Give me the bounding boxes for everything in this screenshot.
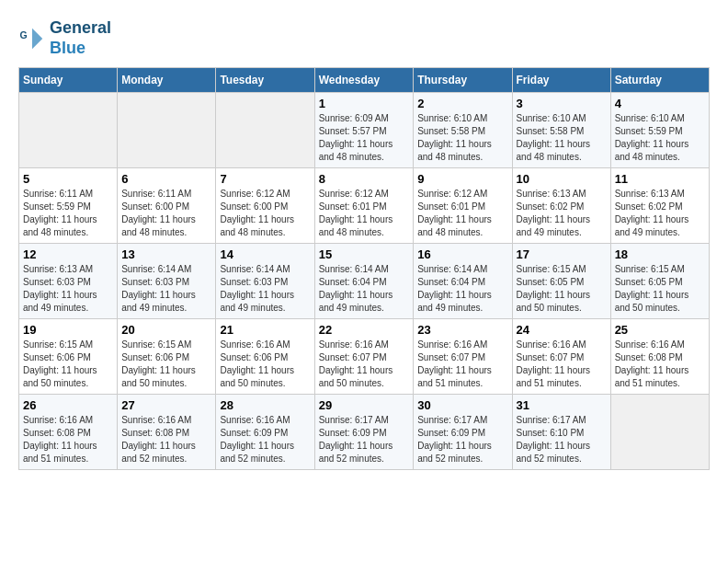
- header-sunday: Sunday: [19, 68, 118, 93]
- calendar-table: SundayMondayTuesdayWednesdayThursdayFrid…: [18, 67, 710, 470]
- day-number: 19: [23, 323, 113, 337]
- day-number: 21: [220, 323, 310, 337]
- day-number: 3: [517, 97, 607, 110]
- logo-icon: G: [18, 25, 46, 52]
- day-number: 12: [23, 247, 113, 261]
- day-number: 7: [220, 172, 310, 186]
- logo-text: General Blue: [50, 18, 111, 58]
- calendar-cell: 16Sunrise: 6:14 AM Sunset: 6:04 PM Dayli…: [414, 244, 512, 319]
- calendar-cell: 26Sunrise: 6:16 AM Sunset: 6:08 PM Dayli…: [19, 395, 118, 470]
- calendar-cell: 24Sunrise: 6:16 AM Sunset: 6:07 PM Dayli…: [512, 319, 610, 395]
- calendar-cell: 3Sunrise: 6:10 AM Sunset: 5:58 PM Daylig…: [512, 93, 610, 168]
- day-number: 27: [121, 398, 211, 412]
- page-header: G General Blue: [18, 18, 710, 58]
- day-info: Sunrise: 6:13 AM Sunset: 6:02 PM Dayligh…: [615, 188, 705, 239]
- day-info: Sunrise: 6:16 AM Sunset: 6:09 PM Dayligh…: [220, 414, 310, 465]
- day-info: Sunrise: 6:16 AM Sunset: 6:06 PM Dayligh…: [220, 339, 310, 390]
- header-saturday: Saturday: [610, 68, 709, 93]
- calendar-cell: 17Sunrise: 6:15 AM Sunset: 6:05 PM Dayli…: [512, 244, 610, 319]
- day-info: Sunrise: 6:17 AM Sunset: 6:10 PM Dayligh…: [517, 414, 607, 465]
- calendar-cell: 10Sunrise: 6:13 AM Sunset: 6:02 PM Dayli…: [512, 168, 610, 244]
- day-info: Sunrise: 6:11 AM Sunset: 5:59 PM Dayligh…: [23, 188, 113, 239]
- day-info: Sunrise: 6:15 AM Sunset: 6:05 PM Dayligh…: [615, 263, 705, 315]
- calendar-body: 1Sunrise: 6:09 AM Sunset: 5:57 PM Daylig…: [19, 93, 710, 470]
- calendar-cell: [610, 395, 709, 470]
- svg-marker-1: [32, 28, 42, 49]
- calendar-cell: 15Sunrise: 6:14 AM Sunset: 6:04 PM Dayli…: [314, 244, 414, 319]
- day-info: Sunrise: 6:13 AM Sunset: 6:03 PM Dayligh…: [23, 263, 113, 315]
- day-number: 30: [417, 398, 507, 412]
- day-info: Sunrise: 6:16 AM Sunset: 6:07 PM Dayligh…: [517, 339, 607, 390]
- calendar-cell: 30Sunrise: 6:17 AM Sunset: 6:09 PM Dayli…: [414, 395, 512, 470]
- day-info: Sunrise: 6:12 AM Sunset: 6:00 PM Dayligh…: [220, 188, 310, 239]
- week-row-3: 12Sunrise: 6:13 AM Sunset: 6:03 PM Dayli…: [19, 244, 710, 319]
- day-number: 16: [417, 247, 507, 261]
- week-row-4: 19Sunrise: 6:15 AM Sunset: 6:06 PM Dayli…: [19, 319, 710, 395]
- day-info: Sunrise: 6:10 AM Sunset: 5:58 PM Dayligh…: [417, 112, 507, 164]
- day-info: Sunrise: 6:14 AM Sunset: 6:04 PM Dayligh…: [319, 263, 410, 315]
- day-info: Sunrise: 6:16 AM Sunset: 6:07 PM Dayligh…: [417, 339, 507, 390]
- calendar-cell: 22Sunrise: 6:16 AM Sunset: 6:07 PM Dayli…: [314, 319, 414, 395]
- calendar-cell: [216, 93, 314, 168]
- header-wednesday: Wednesday: [314, 68, 414, 93]
- day-number: 24: [517, 323, 607, 337]
- calendar-cell: 20Sunrise: 6:15 AM Sunset: 6:06 PM Dayli…: [118, 319, 216, 395]
- calendar-cell: 13Sunrise: 6:14 AM Sunset: 6:03 PM Dayli…: [118, 244, 216, 319]
- day-number: 11: [615, 172, 705, 186]
- calendar-cell: 2Sunrise: 6:10 AM Sunset: 5:58 PM Daylig…: [414, 93, 512, 168]
- calendar-cell: 9Sunrise: 6:12 AM Sunset: 6:01 PM Daylig…: [414, 168, 512, 244]
- day-info: Sunrise: 6:15 AM Sunset: 6:06 PM Dayligh…: [23, 339, 113, 390]
- calendar-cell: 18Sunrise: 6:15 AM Sunset: 6:05 PM Dayli…: [610, 244, 709, 319]
- day-number: 29: [319, 398, 410, 412]
- calendar-cell: 31Sunrise: 6:17 AM Sunset: 6:10 PM Dayli…: [512, 395, 610, 470]
- calendar-header: SundayMondayTuesdayWednesdayThursdayFrid…: [19, 68, 710, 93]
- calendar-cell: 19Sunrise: 6:15 AM Sunset: 6:06 PM Dayli…: [19, 319, 118, 395]
- calendar-cell: 11Sunrise: 6:13 AM Sunset: 6:02 PM Dayli…: [610, 168, 709, 244]
- day-info: Sunrise: 6:17 AM Sunset: 6:09 PM Dayligh…: [417, 414, 507, 465]
- header-monday: Monday: [118, 68, 216, 93]
- day-number: 22: [319, 323, 410, 337]
- day-info: Sunrise: 6:10 AM Sunset: 5:58 PM Dayligh…: [517, 112, 607, 164]
- calendar-cell: 6Sunrise: 6:11 AM Sunset: 6:00 PM Daylig…: [118, 168, 216, 244]
- day-number: 14: [220, 247, 310, 261]
- calendar-cell: [118, 93, 216, 168]
- calendar-cell: 25Sunrise: 6:16 AM Sunset: 6:08 PM Dayli…: [610, 319, 709, 395]
- day-info: Sunrise: 6:16 AM Sunset: 6:08 PM Dayligh…: [121, 414, 211, 465]
- day-info: Sunrise: 6:14 AM Sunset: 6:04 PM Dayligh…: [417, 263, 507, 315]
- calendar-cell: 21Sunrise: 6:16 AM Sunset: 6:06 PM Dayli…: [216, 319, 314, 395]
- day-info: Sunrise: 6:10 AM Sunset: 5:59 PM Dayligh…: [615, 112, 705, 164]
- day-info: Sunrise: 6:14 AM Sunset: 6:03 PM Dayligh…: [121, 263, 211, 315]
- day-number: 2: [417, 97, 507, 110]
- calendar-cell: 23Sunrise: 6:16 AM Sunset: 6:07 PM Dayli…: [414, 319, 512, 395]
- day-number: 8: [319, 172, 410, 186]
- calendar-cell: 29Sunrise: 6:17 AM Sunset: 6:09 PM Dayli…: [314, 395, 414, 470]
- day-info: Sunrise: 6:13 AM Sunset: 6:02 PM Dayligh…: [517, 188, 607, 239]
- day-number: 5: [23, 172, 113, 186]
- day-number: 28: [220, 398, 310, 412]
- day-number: 17: [517, 247, 607, 261]
- day-number: 20: [121, 323, 211, 337]
- logo: G General Blue: [18, 18, 111, 58]
- day-info: Sunrise: 6:12 AM Sunset: 6:01 PM Dayligh…: [417, 188, 507, 239]
- day-info: Sunrise: 6:15 AM Sunset: 6:05 PM Dayligh…: [517, 263, 607, 315]
- calendar-cell: [19, 93, 118, 168]
- calendar-cell: 5Sunrise: 6:11 AM Sunset: 5:59 PM Daylig…: [19, 168, 118, 244]
- week-row-1: 1Sunrise: 6:09 AM Sunset: 5:57 PM Daylig…: [19, 93, 710, 168]
- header-row: SundayMondayTuesdayWednesdayThursdayFrid…: [19, 68, 710, 93]
- day-info: Sunrise: 6:16 AM Sunset: 6:08 PM Dayligh…: [615, 339, 705, 390]
- header-friday: Friday: [512, 68, 610, 93]
- day-number: 6: [121, 172, 211, 186]
- day-number: 9: [417, 172, 507, 186]
- header-tuesday: Tuesday: [216, 68, 314, 93]
- day-number: 23: [417, 323, 507, 337]
- day-number: 31: [517, 398, 607, 412]
- calendar-cell: 12Sunrise: 6:13 AM Sunset: 6:03 PM Dayli…: [19, 244, 118, 319]
- calendar-cell: 14Sunrise: 6:14 AM Sunset: 6:03 PM Dayli…: [216, 244, 314, 319]
- calendar-cell: 1Sunrise: 6:09 AM Sunset: 5:57 PM Daylig…: [314, 93, 414, 168]
- day-number: 18: [615, 247, 705, 261]
- calendar-cell: 4Sunrise: 6:10 AM Sunset: 5:59 PM Daylig…: [610, 93, 709, 168]
- day-info: Sunrise: 6:15 AM Sunset: 6:06 PM Dayligh…: [121, 339, 211, 390]
- day-number: 26: [23, 398, 113, 412]
- day-info: Sunrise: 6:14 AM Sunset: 6:03 PM Dayligh…: [220, 263, 310, 315]
- day-info: Sunrise: 6:09 AM Sunset: 5:57 PM Dayligh…: [319, 112, 410, 164]
